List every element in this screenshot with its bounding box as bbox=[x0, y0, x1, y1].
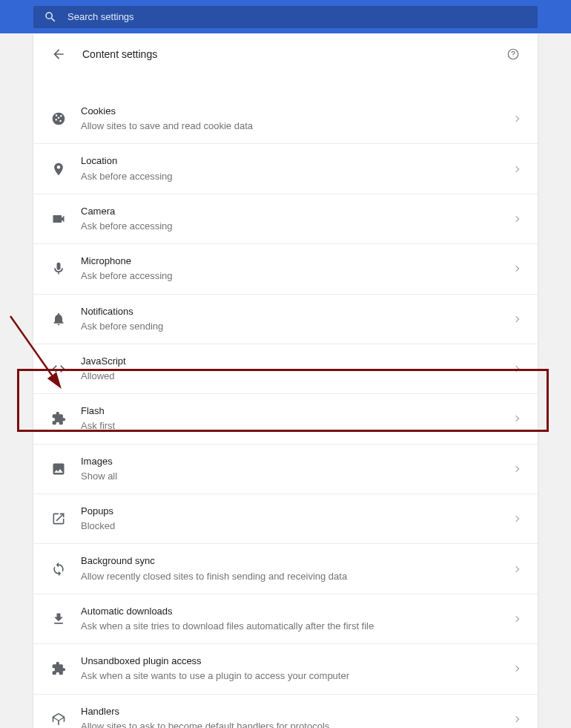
row-text: JavaScript Allowed bbox=[81, 355, 514, 383]
search-box[interactable] bbox=[33, 6, 538, 28]
row-bgsync[interactable]: Background sync Allow recently closed si… bbox=[33, 544, 538, 594]
row-javascript[interactable]: JavaScript Allowed bbox=[33, 344, 538, 394]
back-icon[interactable] bbox=[51, 47, 66, 62]
row-sub: Allow recently closed sites to finish se… bbox=[81, 570, 514, 583]
row-sub: Ask when a site wants to use a plugin to… bbox=[81, 669, 514, 683]
row-sub: Ask when a site tries to download files … bbox=[81, 620, 514, 633]
row-title: Microphone bbox=[81, 255, 514, 268]
row-title: Cookies bbox=[81, 105, 514, 118]
settings-panel: Content settings Cookies Allow sites to … bbox=[33, 33, 538, 728]
chevron-right-icon bbox=[513, 216, 519, 222]
row-title: Camera bbox=[81, 205, 514, 218]
row-sub: Ask before accessing bbox=[81, 170, 514, 183]
row-images[interactable]: Images Show all bbox=[33, 445, 538, 494]
row-title: Unsandboxed plugin access bbox=[81, 655, 514, 668]
chevron-right-icon bbox=[513, 266, 519, 272]
row-sub: Ask before sending bbox=[81, 320, 514, 333]
row-title: JavaScript bbox=[81, 355, 514, 368]
chevron-right-icon bbox=[513, 466, 519, 472]
row-camera[interactable]: Camera Ask before accessing bbox=[33, 194, 538, 244]
row-autodl[interactable]: Automatic downloads Ask when a site trie… bbox=[33, 594, 538, 644]
code-icon bbox=[51, 361, 66, 376]
row-text: Background sync Allow recently closed si… bbox=[81, 554, 514, 583]
help-icon[interactable] bbox=[506, 47, 520, 61]
sync-icon bbox=[51, 562, 66, 577]
row-flash[interactable]: Flash Ask first bbox=[33, 394, 538, 444]
row-popups[interactable]: Popups Blocked bbox=[33, 494, 538, 544]
chevron-right-icon bbox=[513, 165, 519, 171]
row-handlers[interactable]: Handlers Allow sites to ask to become de… bbox=[33, 695, 538, 729]
bell-icon bbox=[51, 312, 66, 327]
camera-icon bbox=[51, 211, 66, 226]
download-icon bbox=[51, 611, 66, 626]
chevron-right-icon bbox=[513, 315, 519, 321]
chevron-right-icon bbox=[513, 516, 519, 522]
row-text: Flash Ask first bbox=[81, 404, 514, 433]
row-sub: Allow sites to ask to become default han… bbox=[81, 720, 514, 728]
svg-point-1 bbox=[513, 56, 514, 57]
panel-header: Content settings bbox=[33, 33, 538, 70]
row-title: Flash bbox=[81, 404, 514, 418]
row-text: Popups Blocked bbox=[81, 505, 514, 533]
row-title: Images bbox=[81, 455, 514, 468]
row-text: Notifications Ask before sending bbox=[81, 305, 514, 333]
chevron-right-icon bbox=[513, 116, 519, 122]
chevron-right-icon bbox=[513, 616, 519, 622]
location-icon bbox=[51, 162, 66, 177]
row-text: Location Ask before accessing bbox=[81, 154, 514, 183]
row-sub: Show all bbox=[81, 470, 514, 483]
row-text: Handlers Allow sites to ask to become de… bbox=[81, 705, 514, 729]
cookie-icon bbox=[51, 111, 66, 126]
handlers-icon bbox=[51, 712, 66, 727]
microphone-icon bbox=[51, 261, 66, 276]
row-microphone[interactable]: Microphone Ask before accessing bbox=[33, 244, 538, 294]
search-input[interactable] bbox=[67, 11, 527, 22]
row-title: Notifications bbox=[81, 305, 514, 318]
image-icon bbox=[51, 462, 66, 476]
top-bar bbox=[0, 0, 571, 33]
row-title: Location bbox=[81, 154, 514, 168]
row-sub: Ask first bbox=[81, 419, 514, 433]
row-sub: Ask before accessing bbox=[81, 220, 514, 233]
row-text: Unsandboxed plugin access Ask when a sit… bbox=[81, 655, 514, 683]
row-unsandboxed[interactable]: Unsandboxed plugin access Ask when a sit… bbox=[33, 644, 538, 694]
chevron-right-icon bbox=[513, 666, 519, 672]
row-text: Microphone Ask before accessing bbox=[81, 255, 514, 283]
row-sub: Allowed bbox=[81, 370, 514, 383]
row-text: Images Show all bbox=[81, 455, 514, 483]
row-text: Camera Ask before accessing bbox=[81, 205, 514, 233]
content-list: Cookies Allow sites to save and read coo… bbox=[33, 70, 538, 728]
chevron-right-icon bbox=[513, 565, 519, 571]
row-sub: Allow sites to save and read cookie data bbox=[81, 119, 514, 133]
row-sub: Ask before accessing bbox=[81, 269, 514, 283]
plugin-icon bbox=[51, 411, 66, 426]
row-location[interactable]: Location Ask before accessing bbox=[33, 144, 538, 194]
row-sub: Blocked bbox=[81, 519, 514, 533]
chevron-right-icon bbox=[513, 416, 519, 422]
row-title: Background sync bbox=[81, 554, 514, 568]
popup-icon bbox=[51, 511, 66, 526]
row-title: Popups bbox=[81, 505, 514, 518]
row-notifications[interactable]: Notifications Ask before sending bbox=[33, 295, 538, 344]
chevron-right-icon bbox=[513, 366, 519, 372]
plugin-icon bbox=[51, 661, 66, 676]
row-title: Automatic downloads bbox=[81, 605, 514, 618]
row-text: Cookies Allow sites to save and read coo… bbox=[81, 105, 514, 133]
search-icon bbox=[44, 10, 57, 24]
row-cookies[interactable]: Cookies Allow sites to save and read coo… bbox=[33, 94, 538, 144]
page-title: Content settings bbox=[82, 48, 506, 60]
row-text: Automatic downloads Ask when a site trie… bbox=[81, 605, 514, 633]
chevron-right-icon bbox=[513, 715, 519, 721]
row-title: Handlers bbox=[81, 705, 514, 718]
